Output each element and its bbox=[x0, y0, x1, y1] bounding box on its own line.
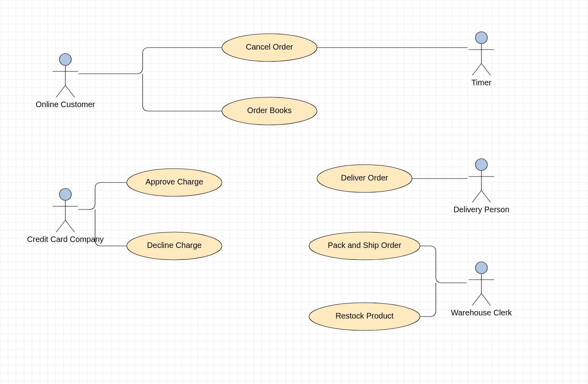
svg-line-24 bbox=[481, 294, 491, 305]
svg-line-3 bbox=[56, 85, 65, 97]
usecase-order-books-label: Order Books bbox=[247, 106, 292, 115]
svg-point-5 bbox=[475, 32, 487, 44]
actor-warehouse-clerk[interactable]: Warehouse Clerk bbox=[451, 262, 512, 317]
svg-line-23 bbox=[472, 294, 481, 305]
usecase-order-books[interactable]: Order Books bbox=[222, 97, 317, 125]
usecase-approve-charge[interactable]: Approve Charge bbox=[127, 169, 222, 196]
svg-point-15 bbox=[475, 159, 487, 171]
assoc-warehouse-branch bbox=[420, 246, 467, 317]
usecase-pack-and-ship-order[interactable]: Pack and Ship Order bbox=[309, 232, 420, 260]
svg-line-9 bbox=[481, 63, 491, 75]
usecase-deliver-order-label: Deliver Order bbox=[341, 173, 388, 182]
actor-timer-label: Timer bbox=[472, 78, 492, 87]
diagram-canvas[interactable]: Online Customer Timer Credit Card Compan… bbox=[0, 0, 588, 384]
usecase-cancel-order-label: Cancel Order bbox=[246, 42, 293, 51]
svg-line-14 bbox=[65, 220, 74, 232]
usecase-restock-product[interactable]: Restock Product bbox=[309, 303, 420, 330]
actor-credit-card-company[interactable]: Credit Card Company bbox=[27, 188, 103, 244]
svg-line-18 bbox=[472, 190, 481, 202]
svg-line-13 bbox=[56, 220, 65, 232]
svg-point-20 bbox=[475, 262, 487, 274]
svg-point-10 bbox=[59, 188, 71, 200]
actor-warehouse-clerk-label: Warehouse Clerk bbox=[451, 308, 512, 317]
usecase-cancel-order[interactable]: Cancel Order bbox=[222, 34, 317, 61]
actor-online-customer[interactable]: Online Customer bbox=[36, 54, 95, 109]
usecase-decline-charge[interactable]: Decline Charge bbox=[127, 232, 222, 260]
usecase-deliver-order[interactable]: Deliver Order bbox=[317, 165, 412, 192]
usecase-approve-charge-label: Approve Charge bbox=[145, 177, 203, 186]
actor-delivery-person-label: Delivery Person bbox=[453, 205, 509, 214]
usecase-decline-charge-label: Decline Charge bbox=[147, 241, 202, 250]
svg-line-19 bbox=[481, 190, 491, 202]
usecase-restock-product-label: Restock Product bbox=[336, 311, 394, 320]
assoc-online-customer-branch bbox=[78, 48, 223, 111]
svg-point-0 bbox=[59, 54, 71, 65]
actor-timer[interactable]: Timer bbox=[469, 32, 494, 87]
usecase-pack-and-ship-order-label: Pack and Ship Order bbox=[328, 241, 401, 250]
svg-line-4 bbox=[65, 85, 74, 97]
actor-online-customer-label: Online Customer bbox=[36, 100, 95, 109]
svg-line-8 bbox=[472, 63, 481, 75]
actor-credit-card-company-label: Credit Card Company bbox=[27, 235, 103, 244]
actor-delivery-person[interactable]: Delivery Person bbox=[453, 159, 509, 214]
